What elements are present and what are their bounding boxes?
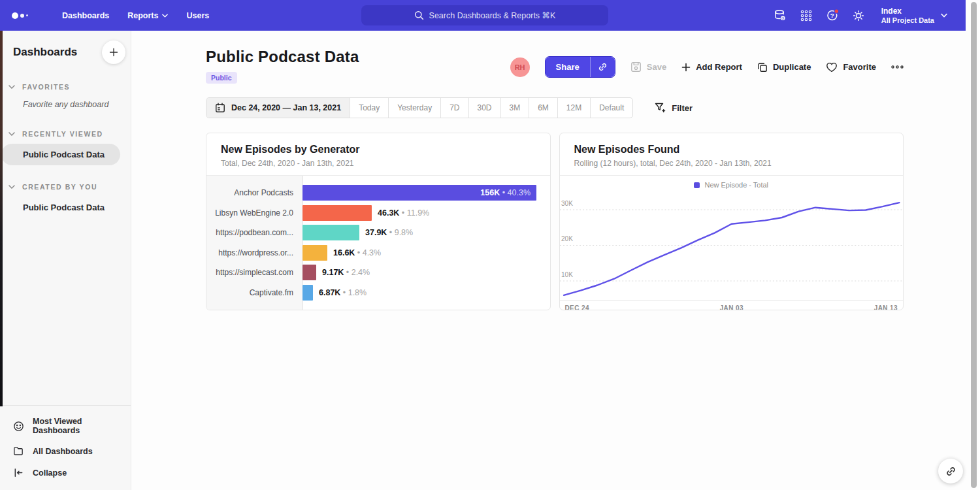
section-header-favorites[interactable]: FAVORITES: [0, 83, 131, 91]
line-chart: 10K20K30K: [560, 190, 904, 300]
svg-text:?: ?: [830, 12, 834, 19]
bar-track: 9.17K • 2.4%: [302, 265, 550, 280]
nav-reports[interactable]: Reports: [127, 11, 168, 20]
filter-button[interactable]: Filter: [651, 102, 696, 114]
top-nav: DashboardsReportsUsers: [44, 11, 209, 20]
date-preset-12m[interactable]: 12M: [557, 98, 590, 118]
bar-track: 6.87K • 1.8%: [302, 285, 550, 301]
link-icon: [598, 62, 608, 72]
share-link-fab[interactable]: [938, 459, 963, 483]
copy-link-button[interactable]: [590, 57, 615, 77]
footer-collapse[interactable]: Collapse: [0, 462, 131, 483]
date-preset-30d[interactable]: 30D: [468, 98, 500, 118]
card-new-episodes-by-generator: New Episodes by Generator Total, Dec 24t…: [206, 133, 551, 310]
project-switcher[interactable]: Index All Project Data: [881, 7, 947, 25]
settings-icon[interactable]: [852, 8, 866, 22]
legend-label: New Episode - Total: [704, 181, 768, 189]
bar-percent-label: • 1.8%: [340, 288, 367, 297]
project-scope: All Project Data: [881, 16, 934, 24]
search-input[interactable]: Search Dashboards & Reports ⌘K: [361, 5, 608, 25]
collapse-icon: [13, 467, 24, 478]
ellipsis-icon: [891, 65, 904, 69]
bar-percent-label: • 2.4%: [344, 268, 370, 277]
share-button-label[interactable]: Share: [546, 57, 590, 77]
legend-swatch: [694, 182, 700, 188]
bar-percent-label: • 40.3%: [500, 188, 531, 197]
help-icon[interactable]: ?: [826, 8, 840, 22]
section-header-created-by-you[interactable]: CREATED BY YOU: [0, 183, 131, 191]
avatar[interactable]: RH: [510, 57, 530, 77]
apps-grid-icon[interactable]: [800, 8, 813, 22]
line-series[interactable]: [564, 203, 899, 295]
x-axis: DEC 24JAN 03JAN 13: [560, 300, 904, 310]
add-dashboard-button[interactable]: [102, 41, 125, 64]
date-preset-yesterday[interactable]: Yesterday: [388, 98, 440, 118]
svg-text:30K: 30K: [561, 200, 573, 207]
page-actions: RH Share Save Add Report Duplicate: [510, 56, 904, 78]
date-range-control: Dec 24, 2020 — Jan 13, 2021 TodayYesterd…: [206, 97, 633, 118]
date-preset-default[interactable]: Default: [590, 98, 632, 118]
section-header-recently-viewed[interactable]: RECENTLY VIEWED: [0, 130, 131, 138]
bar-track: 46.3K • 11.9%: [302, 205, 550, 221]
save-button[interactable]: Save: [630, 61, 666, 73]
svg-text:20K: 20K: [561, 236, 573, 243]
bar-segment[interactable]: [302, 205, 372, 221]
more-options-button[interactable]: [891, 65, 904, 69]
bar-percent-label: • 11.9%: [399, 208, 429, 218]
chevron-down-icon: [8, 132, 15, 136]
bar-segment[interactable]: [302, 285, 313, 301]
card-subtitle: Total, Dec 24th, 2020 - Jan 13th, 2021: [221, 159, 536, 168]
sidebar-item-favorite-any-dashboard: Favorite any dashboard: [0, 97, 131, 112]
card-new-episodes-found: New Episodes Found Rolling (12 hours), t…: [559, 133, 904, 310]
heart-icon: [826, 62, 838, 73]
bar-percent-label: • 9.8%: [387, 228, 413, 237]
chevron-down-icon: [162, 14, 168, 18]
app-logo[interactable]: [12, 12, 28, 19]
scrollbar-thumb[interactable]: [971, 2, 977, 488]
bar-row: Captivate.fm6.87K • 1.8%: [206, 283, 550, 303]
bar-track: 16.6K • 4.3%: [302, 245, 550, 261]
data-sources-icon[interactable]: [774, 8, 787, 22]
bar-category-label: Libsyn WebEngine 2.0: [206, 208, 302, 218]
card-subtitle: Rolling (12 hours), total, Dec 24th, 202…: [574, 159, 889, 168]
top-bar: DashboardsReportsUsers Search Dashboards…: [0, 0, 966, 31]
bar-category-label: https://simplecast.com: [206, 268, 302, 277]
folder-icon: [13, 446, 24, 457]
bar-value-label: 9.17K • 2.4%: [322, 268, 370, 277]
nav-users[interactable]: Users: [186, 11, 209, 20]
plus-icon: [681, 63, 691, 72]
bar-category-label: Anchor Podcasts: [206, 188, 302, 197]
chevron-down-icon: [941, 13, 947, 18]
sidebar-item-public-podcast-data[interactable]: Public Podcast Data: [1, 144, 120, 165]
date-preset-today[interactable]: Today: [350, 98, 388, 118]
search-placeholder: Search Dashboards & Reports ⌘K: [429, 10, 556, 20]
duplicate-button[interactable]: Duplicate: [757, 62, 811, 73]
date-range-picker[interactable]: Dec 24, 2020 — Jan 13, 2021: [206, 98, 350, 118]
link-icon: [945, 466, 956, 477]
left-edge-artifact: [0, 31, 3, 406]
bar-value-label: 6.87K • 1.8%: [319, 288, 367, 297]
card-title: New Episodes by Generator: [221, 144, 536, 155]
share-button[interactable]: Share: [545, 56, 615, 78]
date-preset-7d[interactable]: 7D: [440, 98, 468, 118]
nav-dashboards[interactable]: Dashboards: [62, 11, 109, 20]
bar-segment[interactable]: [302, 245, 327, 261]
bar-value-label: 156K • 40.3%: [480, 188, 531, 197]
date-preset-6m[interactable]: 6M: [529, 98, 557, 118]
footer-most-viewed-dashboards[interactable]: Most Viewed Dashboards: [0, 412, 131, 440]
line-chart-svg: 10K20K30K: [560, 190, 904, 300]
project-name: Index: [881, 7, 934, 17]
footer-all-dashboards[interactable]: All Dashboards: [0, 440, 131, 462]
top-right-cluster: ? Index All Project Data: [774, 0, 947, 31]
bar-segment[interactable]: [302, 265, 316, 280]
add-report-button[interactable]: Add Report: [681, 62, 742, 72]
sidebar-footer: Most Viewed DashboardsAll DashboardsColl…: [0, 405, 131, 490]
favorite-button[interactable]: Favorite: [826, 62, 876, 73]
bar-segment[interactable]: 156K • 40.3%: [302, 185, 536, 201]
date-preset-3m[interactable]: 3M: [500, 98, 529, 118]
bar-segment[interactable]: [302, 225, 359, 240]
scrollbar-track[interactable]: [966, 0, 980, 490]
sidebar-item-public-podcast-data[interactable]: Public Podcast Data: [0, 197, 131, 218]
save-icon: [630, 61, 642, 73]
sidebar-title: Dashboards: [13, 46, 77, 59]
